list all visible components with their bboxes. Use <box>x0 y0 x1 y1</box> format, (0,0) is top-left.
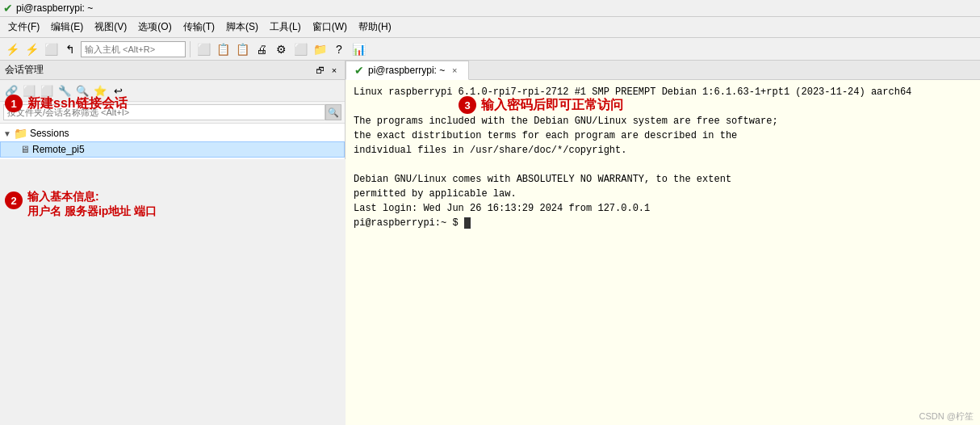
toolbar-separator-1 <box>190 41 191 57</box>
left-panel-wrapper: 会话管理 🗗 × 🔗 ⬜ ⬜ 🔧 🔍 ⭐ ↩ 🔍 <box>0 61 346 425</box>
window-title: pi@raspberrypi: ~ <box>16 2 93 14</box>
session-search-input[interactable] <box>3 104 325 120</box>
tab-label: pi@raspberrypi: ~ <box>368 65 445 76</box>
menu-bar: 文件(F) 编辑(E) 视图(V) 选项(O) 传输(T) 脚本(S) 工具(L… <box>0 17 980 38</box>
left-panel: 会话管理 🗗 × 🔗 ⬜ ⬜ 🔧 🔍 ⭐ ↩ 🔍 <box>0 61 346 159</box>
session-name: Remote_pi5 <box>32 144 85 155</box>
terminal-tab[interactable]: ✔ pi@raspberrypi: ~ × <box>346 61 469 80</box>
sess-box2-btn[interactable]: ⬜ <box>39 82 55 99</box>
annotation-bubble-2: 2 <box>5 191 23 209</box>
toolbar-new-session[interactable]: ⚡ <box>3 40 21 58</box>
menu-edit[interactable]: 编辑(E) <box>46 19 88 36</box>
right-panel: ✔ pi@raspberrypi: ~ × Linux raspberrypi … <box>346 61 980 425</box>
toolbar-help[interactable]: ? <box>330 40 348 58</box>
panel-title: 会话管理 <box>5 63 44 77</box>
app-icon: ✔ <box>3 2 13 15</box>
toolbar-map[interactable]: 📋 <box>233 40 251 58</box>
search-bar: 🔍 <box>0 102 345 124</box>
search-submit-btn[interactable]: 🔍 <box>325 104 341 120</box>
sess-link-btn[interactable]: 🔗 <box>3 82 19 99</box>
cursor-icon <box>464 217 471 229</box>
session-toolbar: 🔗 ⬜ ⬜ 🔧 🔍 ⭐ ↩ <box>0 80 345 102</box>
session-item-remote-pi5[interactable]: 🖥 Remote_pi5 <box>0 141 345 158</box>
menu-options[interactable]: 选项(O) <box>133 19 176 36</box>
toolbar-chart[interactable]: 📊 <box>350 40 367 58</box>
menu-file[interactable]: 文件(F) <box>3 19 44 36</box>
toolbar-clone[interactable]: ⬜ <box>195 40 212 58</box>
terminal-line-6: permitted by applicable law. <box>354 187 972 201</box>
terminal-line-blank1 <box>354 99 972 114</box>
toolbar-settings[interactable]: ⚙ <box>272 40 290 58</box>
terminal-prompt: pi@raspberrypi:~ $ <box>354 216 972 230</box>
terminal-line-5: Debian GNU/Linux comes with ABSOLUTELY N… <box>354 172 972 187</box>
annotation-label-2b: 用户名 服务器ip地址 端口 <box>27 204 157 219</box>
toolbar-print[interactable]: 🖨 <box>253 40 270 58</box>
toolbar-connect[interactable]: ⚡ <box>23 40 40 58</box>
terminal-line-blank2 <box>354 158 972 172</box>
tab-close-btn[interactable]: × <box>449 65 460 76</box>
panel-header: 会话管理 🗗 × <box>0 61 345 80</box>
menu-tools[interactable]: 工具(L) <box>265 19 306 36</box>
main-toolbar: ⚡ ⚡ ⬜ ↰ ⬜ 📋 📋 🖨 ⚙ ⬜ 📁 ? 📊 <box>0 38 980 61</box>
terminal[interactable]: Linux raspberrypi 6.1.0-rpi7-rpi-2712 #1… <box>346 80 980 425</box>
session-icon: 🖥 <box>20 144 30 155</box>
sess-box-btn[interactable]: ⬜ <box>21 82 37 99</box>
toolbar-files[interactable]: 📋 <box>214 40 232 58</box>
terminal-line-1: Linux raspberrypi 6.1.0-rpi7-rpi-2712 #1… <box>354 85 972 99</box>
toolbar-reconnect[interactable]: ↰ <box>61 40 79 58</box>
menu-view[interactable]: 视图(V) <box>90 19 132 36</box>
terminal-line-2: The programs included with the Debian GN… <box>354 114 972 128</box>
toolbar-blank[interactable]: ⬜ <box>291 40 309 58</box>
sess-share-btn[interactable]: ↩ <box>110 82 126 99</box>
menu-help[interactable]: 帮助(H) <box>354 19 396 36</box>
folder-arrow-icon: ▼ <box>3 129 11 138</box>
main-layout: 会话管理 🗗 × 🔗 ⬜ ⬜ 🔧 🔍 ⭐ ↩ 🔍 <box>0 61 980 425</box>
watermark: CSDN @柠笙 <box>919 410 974 423</box>
terminal-line-7: Last login: Wed Jun 26 16:13:29 2024 fro… <box>354 201 972 216</box>
terminal-wrapper: Linux raspberrypi 6.1.0-rpi7-rpi-2712 #1… <box>346 80 980 425</box>
title-bar: ✔ pi@raspberrypi: ~ <box>0 0 980 17</box>
folder-name: Sessions <box>30 128 69 139</box>
sess-wrench-btn[interactable]: 🔧 <box>57 82 73 99</box>
panel-float-btn[interactable]: 🗗 <box>314 65 325 76</box>
terminal-line-4: individual files in /usr/share/doc/*/cop… <box>354 143 972 158</box>
tab-icon: ✔ <box>354 64 364 77</box>
tab-bar: ✔ pi@raspberrypi: ~ × <box>346 61 980 80</box>
terminal-line-3: the exact distribution terms for each pr… <box>354 128 972 143</box>
panel-controls: 🗗 × <box>314 65 340 76</box>
menu-script[interactable]: 脚本(S) <box>221 19 263 36</box>
sess-star-btn[interactable]: ⭐ <box>92 82 108 99</box>
host-input[interactable] <box>81 41 186 57</box>
sessions-folder[interactable]: ▼ 📁 Sessions <box>0 125 345 141</box>
panel-close-btn[interactable]: × <box>329 65 340 76</box>
folder-icon: 📁 <box>14 127 27 140</box>
session-tree: ▼ 📁 Sessions 🖥 Remote_pi5 <box>0 124 345 159</box>
toolbar-folder[interactable]: 📁 <box>311 40 329 58</box>
menu-transfer[interactable]: 传输(T) <box>178 19 220 36</box>
annotation-label-2a: 输入基本信息: <box>27 190 157 204</box>
toolbar-disconnect[interactable]: ⬜ <box>42 40 60 58</box>
sess-search-btn[interactable]: 🔍 <box>74 82 90 99</box>
menu-window[interactable]: 窗口(W) <box>308 19 352 36</box>
